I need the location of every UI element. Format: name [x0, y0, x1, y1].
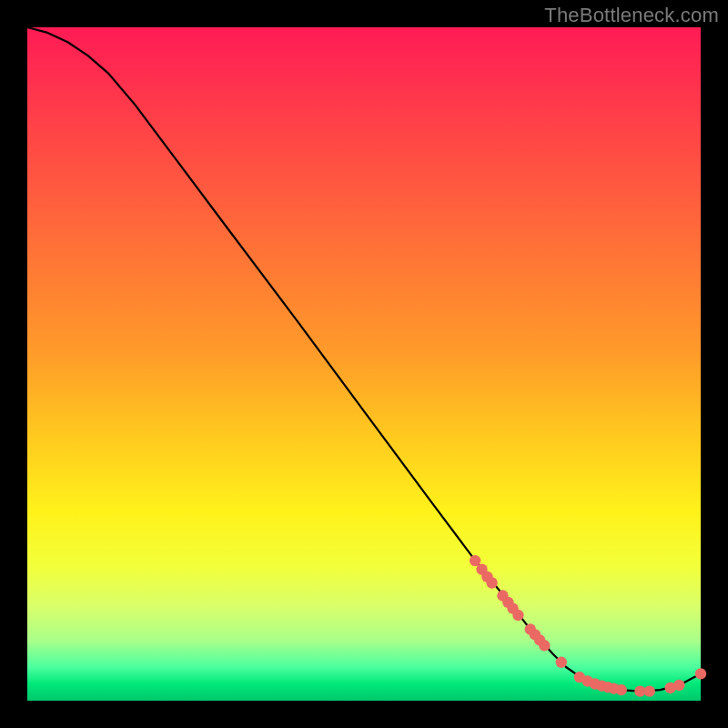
chart-frame: TheBottleneck.com	[0, 0, 728, 728]
plot-area	[27, 27, 701, 701]
data-marker	[615, 684, 626, 695]
data-marker	[644, 685, 655, 696]
data-marker	[512, 610, 523, 621]
data-marker	[673, 680, 684, 691]
data-marker	[539, 640, 550, 651]
data-marker	[486, 577, 497, 588]
watermark-text: TheBottleneck.com	[544, 4, 719, 27]
data-marker	[556, 657, 567, 668]
curve-line	[27, 27, 701, 692]
chart-svg	[27, 27, 701, 701]
data-marker	[695, 668, 706, 679]
